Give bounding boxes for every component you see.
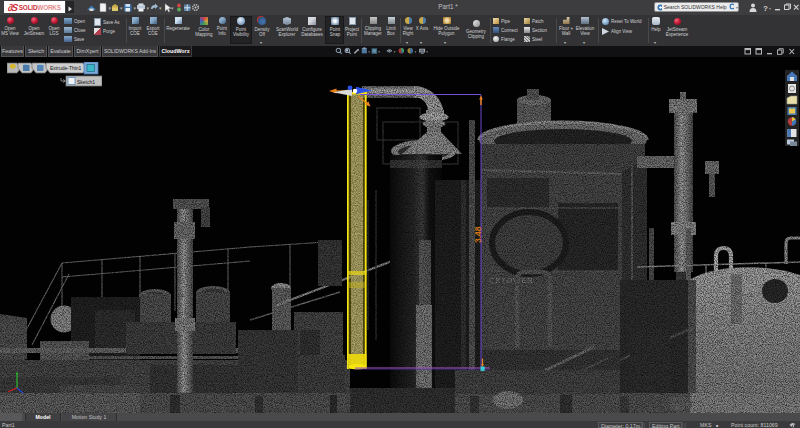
svg-text:▾: ▾ — [171, 5, 174, 11]
svg-text:Sketch1: Sketch1 — [77, 79, 95, 85]
svg-text:▾: ▾ — [134, 5, 137, 11]
svg-text:▾: ▾ — [159, 5, 162, 11]
svg-text:▾: ▾ — [120, 5, 123, 11]
svg-text:▾: ▾ — [378, 50, 380, 54]
svg-text:▾: ▾ — [426, 50, 428, 54]
svg-text:▾: ▾ — [769, 6, 771, 11]
svg-text:▾: ▾ — [414, 50, 416, 54]
svg-text:▾: ▾ — [368, 50, 370, 54]
svg-text:3.48: 3.48 — [473, 226, 483, 243]
svg-text:▾: ▾ — [109, 5, 112, 11]
svg-text:▾: ▾ — [147, 5, 150, 11]
svg-text:CXTOWER: CXTOWER — [489, 276, 533, 285]
svg-text:Extrude-Thin1: Extrude-Thin1 — [50, 65, 82, 71]
svg-text:?: ? — [763, 4, 768, 13]
svg-text:▾: ▾ — [394, 50, 396, 54]
